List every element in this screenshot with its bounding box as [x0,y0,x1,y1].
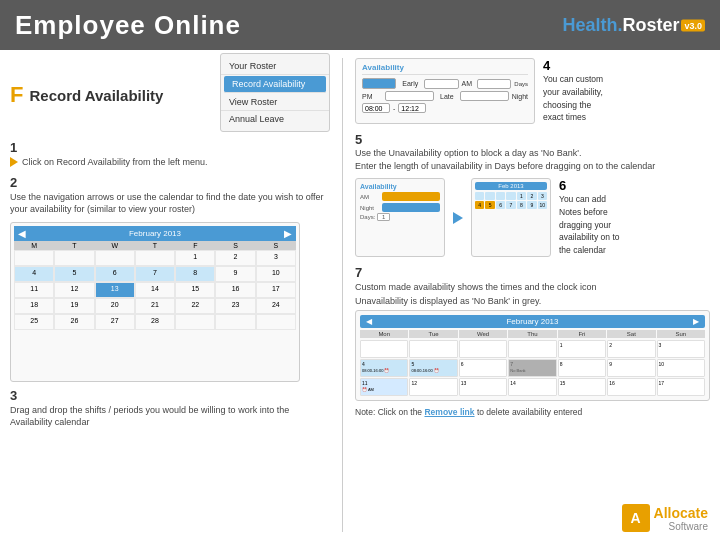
cal-cell[interactable]: 10 [256,266,296,282]
lcal-cell[interactable]: 17 [657,378,705,396]
late-input[interactable] [385,91,434,101]
lcal-cell[interactable]: 10 [657,359,705,377]
lcal-cell[interactable]: 13 [459,378,507,396]
cal-mini-cell[interactable]: 8 [517,201,526,209]
lcal-cell[interactable] [508,340,556,358]
notes-days-value[interactable]: 1 [377,213,390,221]
cal-cell[interactable]: 3 [256,250,296,266]
cal-prev-btn[interactable]: ◀ [18,228,26,239]
cal-cell[interactable]: 16 [215,282,255,298]
cal-mini-cell-orange[interactable]: 5 [485,201,494,209]
cal-cell[interactable]: 27 [95,314,135,330]
cal-cell[interactable]: 17 [256,282,296,298]
pm-label: PM [362,93,382,100]
lcal-cell[interactable]: 9 [607,359,655,377]
cal-cell[interactable]: 28 [135,314,175,330]
notes-am-input[interactable] [382,192,440,201]
cal-mini-cell[interactable]: 3 [538,192,547,200]
menu-item-availability[interactable]: Record Availability [224,76,326,93]
cal-next-btn[interactable]: ▶ [284,228,292,239]
cal-mini-cell[interactable]: 6 [496,201,505,209]
cal-mini-cell[interactable] [506,192,515,200]
day-wed: W [95,242,135,249]
cal-mini-cell-orange[interactable]: 4 [475,201,484,209]
cal-mini-cell[interactable]: 9 [527,201,536,209]
cal-mini-cell[interactable]: 1 [517,192,526,200]
cal-cell[interactable]: 24 [256,298,296,314]
cal-cell[interactable]: 15 [175,282,215,298]
cal-mini-cell[interactable] [496,192,505,200]
menu-item-roster[interactable]: Your Roster [221,58,329,75]
avail-form-title: Availability [362,63,528,75]
lcal-cell[interactable]: 6 [459,359,507,377]
cal-cell[interactable]: 14 [135,282,175,298]
cal-cell[interactable]: 20 [95,298,135,314]
lcal-cell[interactable]: 2 [607,340,655,358]
cal-cell[interactable]: 18 [14,298,54,314]
cal-month-label: February 2013 [129,229,181,238]
cal-cell[interactable]: 7 [135,266,175,282]
lcal-cell-custom[interactable]: 11⏰ AM [360,378,408,396]
cal-mini-cell[interactable] [475,192,484,200]
cal-cell-today[interactable]: 13 [95,282,135,298]
cal-cell[interactable]: 2 [215,250,255,266]
cal-cell [256,314,296,330]
lcal-next-btn[interactable]: ▶ [693,317,699,326]
cal-cell[interactable]: 4 [14,266,54,282]
notes-night-input[interactable] [382,203,440,212]
cal-cell[interactable]: 21 [135,298,175,314]
cal-cell[interactable]: 1 [175,250,215,266]
all-day-btn[interactable] [362,78,396,89]
menu-item-annual-leave[interactable]: Annual Leave [221,111,329,127]
cal-mini-cell[interactable] [485,192,494,200]
menu-item-view-roster[interactable]: View Roster [221,94,329,111]
cal-cell[interactable]: 26 [54,314,94,330]
cal-cell[interactable] [14,250,54,266]
lcal-cell[interactable] [409,340,457,358]
lcal-cell[interactable]: 8 [558,359,606,377]
am-input[interactable] [424,79,458,89]
cal-cell[interactable]: 9 [215,266,255,282]
cal-cell[interactable]: 19 [54,298,94,314]
lcal-month: February 2013 [506,317,558,326]
lcal-cell[interactable]: 15 [558,378,606,396]
days-input[interactable] [477,79,511,89]
note-link[interactable]: Remove link [424,407,474,417]
cal-cell[interactable] [95,250,135,266]
lcal-day-sun: Sun [657,330,705,338]
time-to-input[interactable]: 12:12 [398,103,426,113]
night-input[interactable] [460,91,509,101]
cal-cell[interactable]: 12 [54,282,94,298]
lcal-cell[interactable]: 14 [508,378,556,396]
cal-cell[interactable] [54,250,94,266]
step-7-text1: Custom made availability shows the times… [355,281,710,294]
cal-cell[interactable]: 23 [215,298,255,314]
cal-cell[interactable]: 6 [95,266,135,282]
cal-cell[interactable]: 5 [54,266,94,282]
lcal-cell[interactable] [360,340,408,358]
lcal-cell-avail[interactable]: 408:00-16:00 ⏰ [360,359,408,377]
avail-row-1: Early AM Days [362,78,528,89]
lcal-cell[interactable]: 12 [409,378,457,396]
cal-cell[interactable]: 8 [175,266,215,282]
lcal-cell[interactable]: 16 [607,378,655,396]
lcal-cell[interactable]: 1 [558,340,606,358]
late-label: Late [440,93,454,100]
cal-mini-cell[interactable]: 10 [538,201,547,209]
allocate-icon: A [622,504,650,532]
time-from-input[interactable]: 08:00 [362,103,390,113]
cal-mini-cell[interactable]: 2 [527,192,536,200]
cal-cell[interactable]: 11 [14,282,54,298]
left-column: F Record Availability Your Roster Record… [10,58,330,532]
step-6-desc-area: 6 You can add Notes before dragging your… [559,178,619,257]
lcal-prev-btn[interactable]: ◀ [366,317,372,326]
lcal-cell[interactable] [459,340,507,358]
cal-cell[interactable] [135,250,175,266]
cal-cell[interactable]: 22 [175,298,215,314]
lcal-cell[interactable]: 3 [657,340,705,358]
cal-mini-cell[interactable]: 7 [506,201,515,209]
cal-cell[interactable]: 25 [14,314,54,330]
lcal-cell-avail[interactable]: 508:00-16:00 ⏰ [409,359,457,377]
lcal-cell-nobank[interactable]: 7No Bank [508,359,556,377]
step-3: 3 Drag and drop the shifts / periods you… [10,388,330,429]
